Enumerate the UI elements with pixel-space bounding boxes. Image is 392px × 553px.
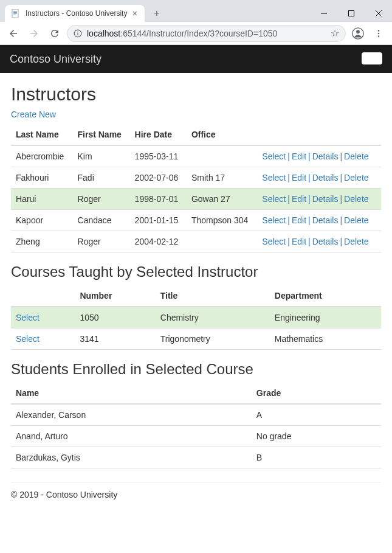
cell-name: Barzdukas, Gytis: [11, 447, 252, 468]
delete-link[interactable]: Delete: [344, 194, 368, 204]
cell-first-name: Roger: [73, 189, 130, 210]
cell-first-name: Candace: [73, 210, 130, 231]
delete-link[interactable]: Delete: [344, 173, 368, 183]
address-bar[interactable]: localhost:65144/Instructor/Index/3?cours…: [67, 25, 346, 42]
select-link[interactable]: Select: [262, 215, 286, 225]
browser-tab[interactable]: Instructors - Contoso University ×: [5, 5, 145, 22]
navbar-toggle-button[interactable]: [362, 52, 382, 64]
details-link[interactable]: Details: [312, 151, 339, 161]
svg-point-16: [378, 35, 380, 37]
close-window-button[interactable]: [365, 5, 392, 22]
cell-select: Select: [11, 307, 75, 329]
delete-link[interactable]: Delete: [344, 237, 368, 246]
select-link[interactable]: Select: [262, 194, 286, 204]
minimize-button[interactable]: [310, 5, 337, 22]
edit-link[interactable]: Edit: [292, 151, 306, 161]
window-controls: [310, 5, 392, 22]
delete-link[interactable]: Delete: [344, 151, 368, 161]
cell-grade: A: [252, 404, 381, 426]
maximize-button[interactable]: [337, 5, 365, 22]
cell-actions: Select|Edit|Details|Delete: [257, 189, 381, 210]
cell-last-name: Harui: [11, 189, 73, 210]
svg-point-14: [378, 30, 380, 32]
page-title: Instructors: [11, 84, 381, 105]
tab-favicon-icon: [11, 9, 21, 18]
svg-rect-1: [13, 11, 17, 12]
col-office: Office: [187, 124, 257, 145]
edit-link[interactable]: Edit: [292, 237, 306, 246]
cell-hire-date: 2002-07-06: [130, 167, 187, 189]
table-row: Select3141TrigonometryMathematics: [11, 329, 381, 350]
cell-name: Alexander, Carson: [11, 404, 252, 426]
tab-close-icon[interactable]: ×: [131, 9, 139, 18]
details-link[interactable]: Details: [312, 215, 339, 225]
svg-point-11: [77, 31, 78, 32]
edit-link[interactable]: Edit: [292, 215, 306, 225]
details-link[interactable]: Details: [312, 237, 339, 246]
site-info-icon[interactable]: [74, 29, 82, 38]
svg-rect-4: [13, 15, 16, 15]
cell-last-name: Fakhouri: [11, 167, 73, 189]
cell-office: Smith 17: [187, 167, 257, 189]
browser-menu-button[interactable]: [370, 25, 387, 42]
cell-name: Anand, Arturo: [11, 426, 252, 447]
col-actions: [257, 124, 381, 145]
cell-hire-date: 1995-03-11: [130, 145, 187, 167]
url-host: localhost: [87, 29, 120, 38]
cell-actions: Select|Edit|Details|Delete: [257, 210, 381, 231]
cell-department: Mathematics: [270, 329, 381, 350]
browser-chrome: Instructors - Contoso University × + loc…: [0, 0, 392, 45]
cell-actions: Select|Edit|Details|Delete: [257, 231, 381, 252]
table-row: ZhengRoger2004-02-12Select|Edit|Details|…: [11, 231, 381, 252]
details-link[interactable]: Details: [312, 173, 339, 183]
cell-first-name: Roger: [73, 231, 130, 252]
svg-rect-2: [13, 12, 17, 13]
cell-hire-date: 1998-07-01: [130, 189, 187, 210]
cell-title: Trigonometry: [156, 329, 270, 350]
bookmark-icon[interactable]: ☆: [331, 27, 339, 39]
url-port: :65144: [120, 29, 146, 38]
select-link[interactable]: Select: [16, 334, 40, 344]
profile-button[interactable]: [349, 25, 366, 42]
cell-last-name: Abercrombie: [11, 145, 73, 167]
svg-point-13: [356, 30, 360, 33]
footer-divider: [11, 482, 381, 482]
edit-link[interactable]: Edit: [292, 173, 306, 183]
select-link[interactable]: Select: [262, 151, 286, 161]
footer-text: © 2019 - Contoso University: [11, 490, 381, 499]
col-hire-date: Hire Date: [130, 124, 187, 145]
cell-grade: No grade: [252, 426, 381, 447]
table-row: AbercrombieKim1995-03-11Select|Edit|Deta…: [11, 145, 381, 167]
cell-number: 3141: [75, 329, 155, 350]
tab-title: Instructors - Contoso University: [26, 9, 127, 18]
cell-first-name: Fadi: [73, 167, 130, 189]
back-button[interactable]: [5, 25, 22, 42]
cell-office: [187, 231, 257, 252]
cell-select: Select: [11, 329, 75, 350]
cell-grade: B: [252, 447, 381, 468]
cell-office: Gowan 27: [187, 189, 257, 210]
forward-button[interactable]: [26, 25, 43, 42]
select-link[interactable]: Select: [262, 237, 286, 246]
cell-actions: Select|Edit|Details|Delete: [257, 145, 381, 167]
courses-table: Number Title Department Select1050Chemis…: [11, 285, 381, 350]
tab-strip: Instructors - Contoso University × +: [0, 0, 392, 22]
table-row: Alexander, CarsonA: [11, 404, 381, 426]
edit-link[interactable]: Edit: [292, 194, 306, 204]
navbar-brand[interactable]: Contoso University: [10, 53, 101, 66]
instructors-table: Last Name First Name Hire Date Office Ab…: [11, 124, 381, 252]
cell-office: [187, 145, 257, 167]
courses-heading: Courses Taught by Selected Instructor: [11, 263, 381, 280]
navbar-right: [362, 52, 382, 66]
select-link[interactable]: Select: [262, 173, 286, 183]
select-link[interactable]: Select: [16, 313, 40, 322]
create-new-link[interactable]: Create New: [11, 110, 56, 119]
table-row: HaruiRoger1998-07-01Gowan 27Select|Edit|…: [11, 189, 381, 210]
details-link[interactable]: Details: [312, 194, 339, 204]
url-text: localhost:65144/Instructor/Index/3?cours…: [87, 29, 277, 38]
svg-point-15: [378, 32, 380, 34]
col-number: Number: [75, 285, 155, 307]
reload-button[interactable]: [46, 25, 63, 42]
new-tab-button[interactable]: +: [148, 5, 165, 22]
delete-link[interactable]: Delete: [344, 215, 368, 225]
